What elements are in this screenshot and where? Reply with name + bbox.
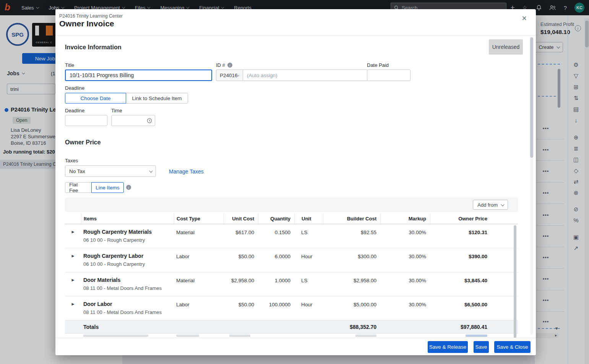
modal-footer: Save & Release Save Save & Close — [55, 338, 536, 355]
totals-label: Totals — [81, 324, 174, 330]
expand-row-icon[interactable]: ▶ — [65, 224, 81, 248]
modal-header: P24016 Trinity Learning Center Owner Inv… — [55, 9, 536, 36]
info-icon[interactable]: i — [126, 185, 131, 190]
scrollbar-thumb[interactable] — [514, 225, 516, 338]
owner-invoice-modal: P24016 Trinity Learning Center Owner Inv… — [55, 9, 536, 355]
title-label: Title — [65, 62, 74, 68]
section-invoice-information: Invoice Information — [65, 44, 122, 51]
clipped-text — [83, 335, 148, 337]
taxes-label: Taxes — [65, 158, 78, 163]
screen: b Sales Jobs Project Management Files Me… — [0, 0, 589, 364]
table-header-row: Items Cost Type Unit Cost Quantity Unit … — [65, 213, 518, 224]
deadline-date-input[interactable] — [65, 115, 107, 126]
clock-icon — [147, 118, 152, 123]
invoice-id-group: P24016- — [216, 70, 368, 81]
chevron-down-icon — [501, 202, 505, 206]
col-quantity: Quantity — [258, 213, 294, 224]
expand-row-icon[interactable]: ▶ — [65, 272, 81, 296]
save-and-release-button[interactable]: Save & Release — [428, 341, 468, 353]
close-icon[interactable]: × — [522, 14, 527, 23]
add-from-button[interactable]: Add from — [473, 200, 508, 210]
clipped-text — [355, 335, 376, 337]
status-badge: Unreleased — [489, 39, 523, 55]
time-input-wrap — [111, 115, 155, 126]
expand-row-icon[interactable]: ▶ — [65, 296, 81, 320]
expand-row-icon[interactable]: ▶ — [65, 248, 81, 272]
fee-type-toggle: Flat Fee Line Items — [65, 182, 124, 193]
line-item-row: ▶ Door Labor08 11 00 - Metal Doors And F… — [65, 296, 518, 320]
col-owner-price: Owner Price — [430, 213, 491, 224]
table-scrollbar[interactable] — [514, 225, 516, 345]
col-unit: Unit — [294, 213, 323, 224]
deadline-group-label: Deadline — [65, 85, 84, 91]
invoice-id-input[interactable] — [243, 70, 368, 81]
totals-owner-price: $97,880.41 — [430, 324, 491, 330]
id-label: ID # i — [216, 62, 232, 68]
save-button[interactable]: Save — [474, 341, 489, 353]
info-icon[interactable]: i — [227, 63, 232, 68]
section-owner-price: Owner Price — [65, 139, 101, 146]
deadline-toggle: Choose Date Link to Schedule Item — [65, 93, 188, 104]
time-label: Time — [111, 108, 122, 113]
modal-scrollbar[interactable] — [530, 37, 533, 335]
choose-date-toggle[interactable]: Choose Date — [65, 93, 126, 104]
col-cost-type: Cost Type — [174, 213, 224, 224]
line-items-toolbar: Add from — [65, 197, 518, 212]
modal-title: Owner Invoice — [59, 19, 114, 28]
manage-taxes-link[interactable]: Manage Taxes — [169, 168, 204, 175]
col-unit-cost: Unit Cost — [224, 213, 258, 224]
flat-fee-toggle[interactable]: Flat Fee — [65, 182, 92, 193]
totals-builder-cost: $88,352.70 — [323, 324, 380, 330]
line-items-table: Items Cost Type Unit Cost Quantity Unit … — [65, 213, 518, 337]
line-item-row: ▶ Door Materials08 11 00 - Metal Doors A… — [65, 272, 518, 296]
date-paid-input[interactable] — [367, 70, 411, 81]
totals-row: Totals $88,352.70 $97,880.41 — [65, 320, 518, 333]
clipped-text — [176, 335, 199, 337]
clipped-text — [466, 335, 487, 337]
line-item-row: ▶ Rough Carpentry Labor06 10 00 - Rough … — [65, 248, 518, 272]
tax-select[interactable]: No Tax — [65, 165, 156, 177]
clipped-text — [229, 335, 250, 337]
line-items-toggle[interactable]: Line Items — [91, 182, 124, 193]
col-builder-cost: Builder Cost — [323, 213, 380, 224]
date-paid-label: Date Paid — [367, 62, 389, 68]
clipped-next-row — [65, 333, 518, 337]
save-and-close-button[interactable]: Save & Close — [494, 341, 531, 353]
id-prefix: P24016- — [216, 70, 243, 81]
invoice-title-input[interactable] — [65, 70, 212, 81]
deadline-date-label: Deadline — [65, 108, 84, 113]
chevron-down-icon — [149, 169, 153, 173]
col-items: Items — [81, 213, 174, 224]
col-markup: Markup — [380, 213, 430, 224]
link-schedule-toggle[interactable]: Link to Schedule Item — [126, 93, 188, 104]
scrollbar-thumb[interactable] — [530, 37, 533, 158]
modal-job-name: P24016 Trinity Learning Center — [59, 13, 123, 19]
line-item-row: ▶ Rough Carpentry Materials06 10 00 - Ro… — [65, 224, 518, 248]
